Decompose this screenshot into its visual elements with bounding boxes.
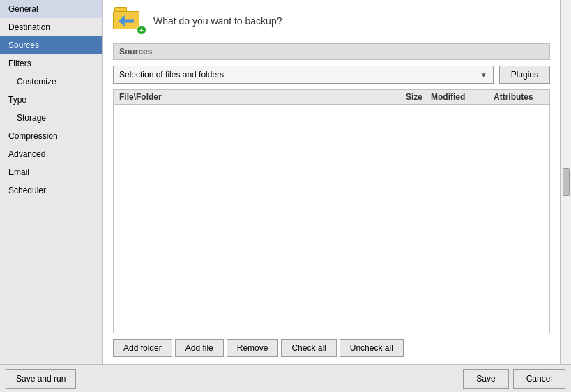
sidebar: GeneralDestinationSourcesFiltersCustomiz… <box>0 0 103 364</box>
save-and-run-button[interactable]: Save and run <box>6 369 76 389</box>
remove-button[interactable]: Remove <box>227 339 279 357</box>
scrollbar[interactable] <box>560 0 571 364</box>
table-header: File\Folder Size Modified Attributes <box>114 90 549 105</box>
sidebar-item-advanced[interactable]: Advanced <box>0 145 102 163</box>
col-size-header: Size <box>375 92 431 102</box>
footer: Save and run Save Cancel <box>0 364 571 392</box>
sidebar-item-scheduler[interactable]: Scheduler <box>0 181 102 199</box>
sidebar-item-customize[interactable]: Customize <box>0 73 102 91</box>
sidebar-item-storage[interactable]: Storage <box>0 109 102 127</box>
add-badge-icon: + <box>137 25 146 35</box>
col-file-header: File\Folder <box>114 92 375 102</box>
col-attributes-header: Attributes <box>494 92 549 102</box>
plugins-button[interactable]: Plugins <box>499 66 550 84</box>
file-folder-dropdown[interactable]: Selection of files and folders ▼ <box>113 66 494 84</box>
sidebar-item-compression[interactable]: Compression <box>0 127 102 145</box>
sources-toolbar: Selection of files and folders ▼ Plugins <box>113 66 550 84</box>
sidebar-item-email[interactable]: Email <box>0 163 102 181</box>
uncheck-all-button[interactable]: Uncheck all <box>340 339 404 357</box>
file-table: File\Folder Size Modified Attributes <box>113 89 550 333</box>
sidebar-item-filters[interactable]: Filters <box>0 54 102 73</box>
add-folder-button[interactable]: Add folder <box>113 339 172 357</box>
sources-section-title: Sources <box>113 43 550 60</box>
scrollbar-thumb[interactable] <box>563 168 570 196</box>
check-all-button[interactable]: Check all <box>281 339 336 357</box>
save-button[interactable]: Save <box>463 369 508 389</box>
sidebar-item-type[interactable]: Type <box>0 91 102 109</box>
content-area: + What do you want to backup? Sources Se… <box>103 0 560 364</box>
sidebar-item-general[interactable]: General <box>0 0 102 18</box>
cancel-button[interactable]: Cancel <box>513 369 565 389</box>
col-modified-header: Modified <box>431 92 494 102</box>
sidebar-item-sources[interactable]: Sources <box>0 36 102 54</box>
dropdown-value: Selection of files and folders <box>119 70 224 80</box>
add-file-button[interactable]: Add file <box>175 339 224 357</box>
bottom-action-buttons: Add folder Add file Remove Check all Unc… <box>113 339 550 357</box>
table-body <box>114 105 549 333</box>
footer-right: Save Cancel <box>463 369 565 389</box>
page-title: What do you want to backup? <box>153 15 282 27</box>
dropdown-arrow-icon: ▼ <box>480 71 487 79</box>
sidebar-item-destination[interactable]: Destination <box>0 18 102 36</box>
footer-left: Save and run <box>6 369 76 389</box>
content-header: + What do you want to backup? <box>113 7 550 35</box>
backup-icon: + <box>113 7 146 35</box>
